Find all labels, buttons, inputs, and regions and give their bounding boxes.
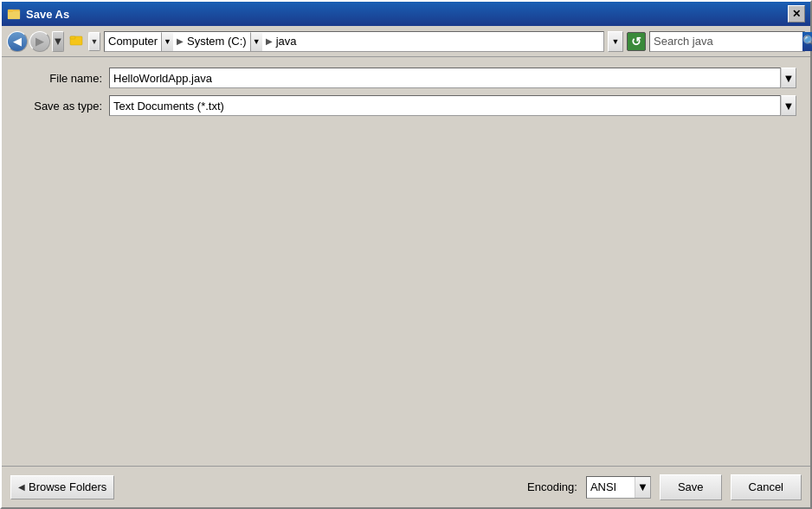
system-dropdown[interactable]: ▼ [250, 32, 262, 51]
search-box: 🔍 [649, 31, 805, 52]
file-name-dropdown-button[interactable]: ▼ [781, 68, 796, 88]
file-name-input[interactable] [109, 68, 781, 88]
dropdown-nav-button[interactable]: ▼ [52, 31, 64, 52]
main-content: File name: ▼ Save as type: ▼ [2, 57, 810, 466]
cancel-button[interactable]: Cancel [731, 474, 802, 500]
file-name-input-container: ▼ [109, 68, 796, 88]
title-bar: Save As ✕ [2, 2, 810, 26]
search-input[interactable] [650, 35, 802, 48]
browse-folders-label: Browse Folders [29, 480, 106, 493]
dropdown-nav-icon: ▼ [53, 35, 64, 48]
encoding-label: Encoding: [527, 480, 577, 493]
save-as-type-label: Save as type: [16, 100, 102, 113]
encoding-dropdown-button[interactable]: ▼ [635, 477, 650, 498]
encoding-select: ▼ [586, 476, 651, 499]
address-bar: ◀ ▶ ▼ ▼ Computer ▼ ▶ System (C:) ▼ ▶ ja [2, 26, 810, 57]
path-java: java [276, 35, 297, 48]
encoding-dropdown-icon: ▼ [637, 480, 648, 493]
save-as-type-input[interactable] [109, 95, 781, 116]
save-button[interactable]: Save [660, 474, 722, 500]
refresh-icon: ↺ [631, 35, 641, 48]
path-separator-1: ▶ [177, 36, 184, 46]
bottom-right-section: Encoding: ▼ Save Cancel [121, 474, 802, 500]
file-name-label: File name: [16, 72, 102, 85]
address-dropdown-button[interactable]: ▼ [608, 31, 623, 52]
save-as-type-dropdown-icon: ▼ [783, 100, 795, 113]
folder-dropdown-button[interactable]: ▼ [88, 32, 100, 51]
folder-icon [69, 33, 83, 49]
path-computer: Computer [108, 35, 158, 48]
file-browser-area [16, 123, 796, 455]
computer-dropdown[interactable]: ▼ [161, 32, 173, 51]
forward-button[interactable]: ▶ [29, 31, 50, 52]
dialog-title: Save As [26, 8, 788, 21]
nav-buttons: ◀ ▶ ▼ [7, 31, 64, 52]
back-button[interactable]: ◀ [7, 31, 28, 52]
path-system: System (C:) [187, 35, 247, 48]
svg-rect-4 [70, 36, 75, 39]
refresh-button[interactable]: ↺ [627, 32, 646, 51]
svg-rect-2 [8, 10, 13, 12]
browse-folders-button[interactable]: ◀ Browse Folders [10, 475, 114, 499]
path-separator-2: ▶ [266, 36, 273, 46]
save-as-type-row: Save as type: ▼ [16, 95, 796, 116]
save-as-dialog: Save As ✕ ◀ ▶ ▼ ▼ Computer ▼ [0, 0, 812, 509]
svg-rect-1 [8, 11, 20, 19]
forward-icon: ▶ [35, 35, 44, 48]
browse-folders-icon: ◀ [18, 482, 25, 492]
search-button[interactable]: 🔍 [802, 32, 812, 51]
search-icon: 🔍 [802, 35, 812, 48]
save-as-type-input-container: ▼ [109, 95, 796, 116]
close-button[interactable]: ✕ [788, 5, 805, 23]
encoding-input[interactable] [587, 477, 635, 498]
file-name-row: File name: ▼ [16, 68, 796, 88]
back-icon: ◀ [13, 35, 22, 48]
dialog-icon [7, 7, 21, 21]
save-as-type-dropdown-button[interactable]: ▼ [781, 95, 796, 116]
bottom-bar: ◀ Browse Folders Encoding: ▼ Save Cancel [2, 466, 810, 507]
file-name-dropdown-icon: ▼ [783, 72, 795, 85]
address-path[interactable]: Computer ▼ ▶ System (C:) ▼ ▶ java [104, 31, 604, 52]
